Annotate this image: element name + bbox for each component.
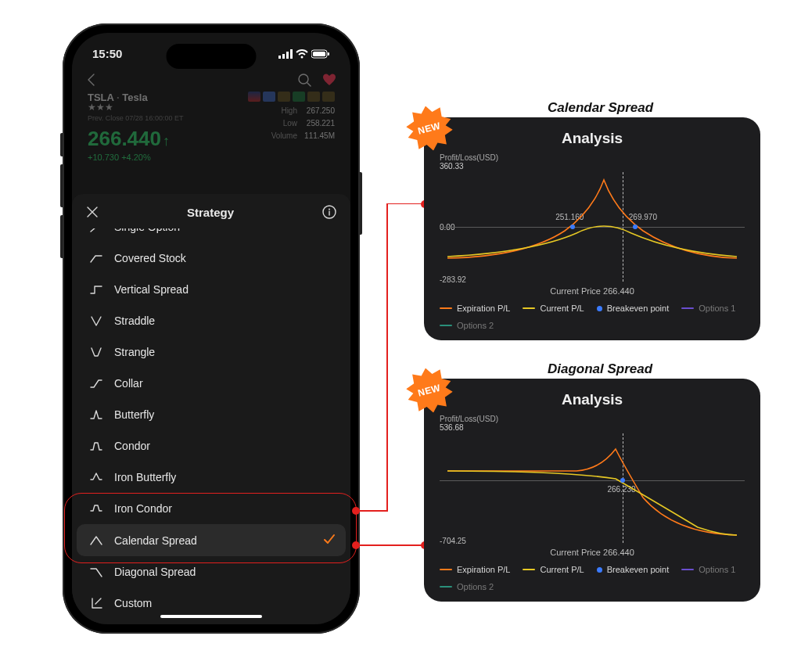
- legend-cur: Current P/L: [540, 304, 584, 313]
- legend-o2: Options 2: [457, 321, 494, 330]
- ticker-name: Tesla: [122, 92, 147, 103]
- cellular-icon: [278, 49, 293, 59]
- phone-frame: 15:50 TSLA · Tesla: [63, 23, 360, 634]
- v-icon: [89, 314, 103, 328]
- caret-up-icon: [89, 534, 103, 548]
- close-icon[interactable]: [86, 206, 99, 218]
- y-axis-label: Profit/Loss(USD): [440, 415, 745, 423]
- legend: Expiration P/L Current P/L Breakeven poi…: [440, 304, 745, 330]
- legend-be: Breakeven point: [607, 304, 670, 313]
- svg-point-10: [329, 209, 330, 210]
- panel-title-cal: Calendar Spread: [548, 100, 653, 116]
- y-max: 360.33: [440, 162, 745, 171]
- svg-point-8: [299, 74, 308, 84]
- strategy-item-iron-butterfly[interactable]: Iron Butterfly: [72, 462, 350, 493]
- s-icon: [89, 376, 103, 390]
- quote-block: TSLA · Tesla ★★★ Prev. Close 07/28 16:00…: [72, 92, 350, 170]
- wifi-icon: [296, 49, 308, 59]
- new-badge: NEW: [403, 364, 455, 416]
- strategy-label: Custom: [114, 597, 152, 609]
- svg-rect-7: [328, 52, 329, 56]
- svg-rect-6: [313, 52, 325, 56]
- step-icon: [89, 282, 103, 296]
- svg-point-12: [633, 225, 638, 229]
- edit-icon: [89, 596, 103, 610]
- chart-calendar: 0.00 -283.92 251.160 269.970: [440, 172, 745, 282]
- analysis-panel-calendar: Analysis Profit/Loss(USD) 360.33 0.00 -2…: [424, 117, 760, 340]
- analysis-panel-diagonal: Analysis Profit/Loss(USD) 536.68 -704.25…: [424, 379, 760, 602]
- strategy-item-straddle[interactable]: Straddle: [72, 305, 350, 336]
- strategy-item-calendar-spread[interactable]: Calendar Spread: [77, 524, 346, 556]
- strategy-item-collar[interactable]: Collar: [72, 368, 350, 399]
- line-icon: [89, 228, 103, 234]
- strategy-label: Strangle: [114, 346, 155, 358]
- svg-rect-1: [282, 54, 285, 59]
- collar-up-icon: [89, 251, 103, 265]
- legend-o1: Options 1: [699, 304, 735, 313]
- strategy-label: Covered Stock: [114, 252, 186, 264]
- strategy-label: Butterfly: [114, 408, 154, 421]
- heart-icon[interactable]: [322, 73, 336, 87]
- strategy-item-covered-stock[interactable]: Covered Stock: [72, 243, 350, 274]
- strategy-item-custom[interactable]: Custom: [72, 588, 350, 619]
- strategy-item-vertical-spread[interactable]: Vertical Spread: [72, 274, 350, 305]
- legend: Expiration P/L Current P/L Breakeven poi…: [440, 565, 745, 591]
- strategy-list: Single Option Covered Stock Vertical Spr…: [72, 228, 350, 624]
- strategy-label: Single Option: [114, 228, 180, 233]
- strategy-label: Condor: [114, 440, 150, 452]
- dynamic-island: [167, 44, 257, 69]
- svg-point-11: [570, 225, 575, 229]
- strategy-label: Calendar Spread: [114, 534, 197, 547]
- strategy-label: Iron Butterfly: [114, 471, 176, 483]
- strategy-label: Diagonal Spread: [114, 566, 196, 578]
- legend-be: Breakeven point: [607, 565, 670, 574]
- svg-rect-3: [290, 49, 293, 59]
- status-time: 15:50: [92, 47, 122, 60]
- peak-icon: [89, 408, 103, 422]
- chart-diagonal: -704.25 266.230: [440, 433, 745, 543]
- strategy-label: Iron Condor: [114, 502, 172, 515]
- y-max: 536.68: [440, 423, 745, 432]
- strategy-item-butterfly[interactable]: Butterfly: [72, 399, 350, 430]
- strategy-label: Straddle: [114, 314, 155, 327]
- u-icon: [89, 345, 103, 359]
- home-indicator: [160, 615, 262, 618]
- current-price-label: Current Price 266.440: [440, 548, 745, 557]
- iron-peak-icon: [89, 470, 103, 484]
- legend-exp: Expiration P/L: [457, 565, 510, 574]
- status-indicators: [278, 49, 330, 59]
- price: 266.440↑: [88, 127, 183, 151]
- svg-rect-0: [278, 56, 281, 59]
- info-icon[interactable]: [322, 205, 336, 219]
- caret-down-icon: [89, 565, 103, 579]
- back-icon[interactable]: [86, 73, 97, 87]
- strategy-label: Collar: [114, 377, 143, 390]
- prev-close-line: Prev. Close 07/28 16:00:00 ET: [88, 114, 183, 122]
- stage: { "statusbar":{"time":"15:50"}, "ticker"…: [0, 0, 801, 672]
- screen: 15:50 TSLA · Tesla: [72, 33, 350, 624]
- panel-title-diag: Diagonal Spread: [548, 361, 652, 377]
- strategy-item-iron-condor[interactable]: Iron Condor: [72, 493, 350, 524]
- strategy-item-single-option[interactable]: Single Option: [72, 228, 350, 243]
- strategy-item-condor[interactable]: Condor: [72, 430, 350, 462]
- strategy-label: Vertical Spread: [114, 283, 189, 296]
- analysis-heading: Analysis: [440, 130, 745, 147]
- price-change: +10.730 +4.20%: [88, 153, 183, 162]
- strategy-sheet: Strategy Single Option Covered Stock Ver…: [72, 194, 350, 624]
- market-badges: [248, 92, 335, 102]
- search-icon[interactable]: [297, 73, 311, 87]
- iron-plateau-icon: [89, 501, 103, 516]
- connector-line-diag: [356, 544, 426, 546]
- sheet-title: Strategy: [187, 206, 234, 219]
- legend-cur: Current P/L: [540, 565, 584, 574]
- rating-stars: ★★★: [88, 102, 183, 113]
- legend-exp: Expiration P/L: [457, 304, 510, 313]
- strategy-item-strangle[interactable]: Strangle: [72, 336, 350, 368]
- current-price-label: Current Price 266.440: [440, 286, 745, 296]
- plateau-icon: [89, 439, 103, 453]
- quote-stats: High267.250 Low258.221 Volume111.45M: [248, 105, 335, 142]
- svg-point-4: [301, 56, 304, 58]
- legend-o1: Options 1: [699, 565, 735, 574]
- strategy-item-diagonal-spread[interactable]: Diagonal Spread: [72, 556, 350, 588]
- battery-icon: [311, 49, 330, 59]
